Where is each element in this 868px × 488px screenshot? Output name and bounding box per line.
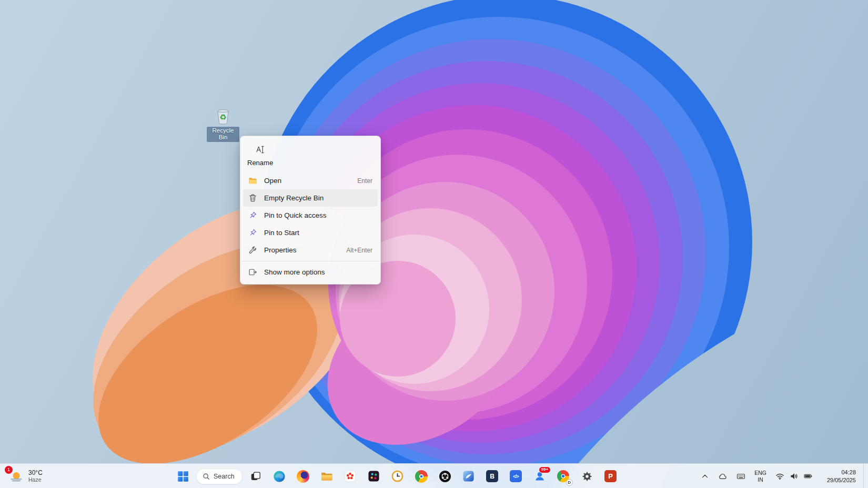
wrench-icon [248,246,257,255]
taskbar-icon-blue-media-app[interactable] [458,466,479,487]
menu-item-shortcut: Alt+Enter [346,247,372,254]
wifi-button[interactable] [773,467,787,486]
battery-icon [804,472,813,480]
taskbar: 1 30°C Haze [0,463,868,488]
cloud-icon [718,472,727,480]
taskbar-icon-chrome-profile[interactable]: D [553,466,574,487]
pin-icon [248,211,257,220]
rename-icon [255,145,265,155]
edge-icon [273,470,286,483]
menu-item-label: Empty Recycle Bin [264,194,367,202]
search-placeholder: Search [214,473,235,480]
menu-item-label: Open [264,177,352,185]
windows-logo-icon [177,471,189,482]
weather-badge: 1 [5,466,13,474]
taskbar-icon-file-explorer[interactable] [316,466,337,487]
menu-item-show-more-options[interactable]: Show more options [243,263,378,281]
blue-media-app-icon [462,470,475,482]
context-menu-icon-row [240,139,380,157]
task-view-icon [250,471,261,482]
chatgpt-icon [439,470,451,483]
language-indicator[interactable]: ENG IN [750,470,771,483]
menu-item-properties[interactable]: Properties Alt+Enter [243,241,378,259]
chevron-up-icon [701,473,709,479]
code-app-icon: </> [510,470,522,482]
recycle-bin-icon: ♻ [213,104,234,126]
system-tray: ENG IN [697,464,865,488]
recycle-glyph: ♻ [219,113,226,121]
search-box[interactable]: Search [196,469,243,484]
task-view-button[interactable] [245,466,266,487]
wifi-icon [775,472,784,480]
menu-item-shortcut: Enter [357,177,372,185]
recycle-bin-label[interactable]: Recycle Bin [207,127,239,142]
tray-date: 29/05/2025 [827,476,856,484]
keyboard-icon [736,472,745,480]
file-explorer-icon [320,470,333,483]
menu-item-pin-to-quick-access[interactable]: Pin to Quick access [243,207,378,224]
show-more-icon [248,268,257,277]
taskbar-icon-chrome[interactable] [411,466,432,487]
taskbar-icon-powerpoint[interactable]: P [600,466,621,487]
weather-temperature: 30°C [28,469,43,476]
taskbar-icon-edge[interactable] [269,466,290,487]
language-code: ENG [754,470,766,476]
menu-item-pin-to-start[interactable]: Pin to Start [243,224,378,241]
slack-icon [368,470,380,482]
desktop[interactable]: ♻ Recycle Bin Rename Open [0,0,868,488]
taskbar-icon-firefox[interactable] [292,466,314,487]
quick-settings[interactable] [771,467,817,486]
dark-b-app-icon: B [486,470,498,482]
wallpaper-bloom [0,0,868,488]
taskbar-icon-dark-b-app[interactable]: B [482,466,503,487]
battery-button[interactable] [801,467,815,486]
rename-label: Rename [240,157,380,172]
show-desktop-button[interactable] [863,464,865,488]
search-icon [203,473,210,480]
taskbar-icon-slack[interactable] [364,466,385,487]
touch-keyboard-button[interactable] [732,467,750,486]
onedrive-button[interactable] [713,467,732,486]
taskbar-icon-clock-app[interactable] [387,466,408,487]
menu-item-label: Show more options [264,268,367,276]
chat-unread-badge: 99+ [539,466,551,473]
menu-item-open[interactable]: Open Enter [243,172,378,189]
tray-overflow-button[interactable] [697,467,713,486]
taskbar-center: Search [173,464,621,488]
tray-time: 04:28 [827,469,856,476]
taskbar-icon-chat[interactable]: 99+ [529,466,550,487]
taskbar-icon-settings[interactable] [577,466,598,487]
taskbar-icon-chatgpt[interactable] [435,466,456,487]
chrome-profile-badge: D [566,479,573,486]
volume-button[interactable] [787,467,801,486]
gear-icon [581,471,593,482]
language-region: IN [754,476,766,483]
folder-icon [248,176,257,186]
clock[interactable]: 04:28 29/05/2025 [824,469,859,484]
menu-item-label: Pin to Quick access [264,211,367,219]
firefox-icon [297,470,309,483]
weather-condition: Haze [28,476,43,483]
menu-item-label: Pin to Start [264,229,367,237]
chrome-icon [415,470,428,483]
recycle-bin-desktop-icon[interactable]: ♻ Recycle Bin [206,104,240,142]
weather-widget[interactable]: 1 30°C Haze [4,464,47,488]
recycle-bin-context-menu: Rename Open Enter Empty Recycle Bin [240,136,381,284]
taskbar-icon-code-app[interactable]: </> [506,466,527,487]
menu-item-empty-recycle-bin[interactable]: Empty Recycle Bin [243,189,378,207]
taskbar-icon-red-dots-app[interactable] [340,466,361,487]
menu-separator [241,261,379,261]
pin-icon [248,228,257,238]
clock-app-icon [391,470,403,482]
powerpoint-icon: P [604,470,617,482]
menu-item-label: Properties [264,246,341,254]
trash-icon [248,194,257,203]
red-dots-app-icon [344,470,356,482]
start-button[interactable] [173,466,194,487]
speaker-icon [790,472,799,480]
rename-button[interactable] [251,141,269,157]
